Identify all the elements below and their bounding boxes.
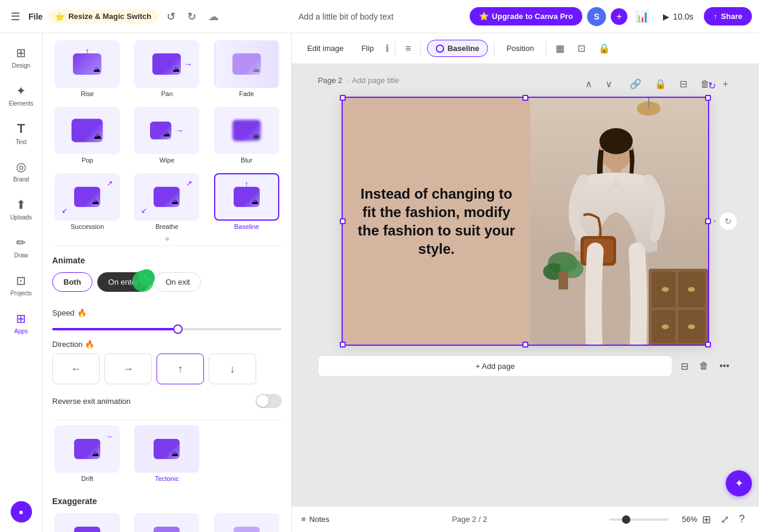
sidebar-item-projects[interactable]: ⊡ Projects [1,266,42,304]
canvas-left-panel: Instead of changing to fit the fashion, … [343,98,530,345]
user-avatar-sidebar[interactable]: ● [11,501,32,523]
crop-icon[interactable]: ⊡ [574,39,589,58]
edit-image-button[interactable]: Edit image [301,40,349,56]
animation-card-blur[interactable]: Blur [209,104,284,166]
text-icon: T [17,121,25,136]
animation-card-breathe[interactable]: ↗ ↙ Breathe [129,171,204,232]
animation-card-pop[interactable]: Pop [50,104,125,166]
toolbar-divider-3 [494,42,495,56]
share-button[interactable]: ↑ Share [704,7,752,26]
checkerboard-icon[interactable]: ▦ [552,39,568,58]
play-button[interactable]: ▶ 10.0s [657,8,699,25]
sync-icon[interactable]: ↻ [719,212,738,231]
animation-label-baseline: Baseline [234,223,259,230]
projects-icon: ⊡ [16,273,26,288]
baseline-button[interactable]: Baseline [427,40,488,57]
animation-card-succession[interactable]: ↗ ↙ Succession [50,171,125,232]
direction-up-button[interactable]: ↑ [157,353,204,384]
analytics-icon[interactable]: 📊 [632,7,652,27]
tab-both[interactable]: Both [52,272,93,292]
play-duration: 10.0s [673,12,693,21]
tab-on-exit[interactable]: On exit [154,272,201,292]
menu-lines-icon[interactable]: ≡ [401,40,414,58]
svg-point-8 [662,287,669,292]
svg-point-11 [688,324,695,329]
flip-button[interactable]: Flip [355,40,380,56]
animation-thumb-rise: ↑ [55,40,120,88]
delete-page-button[interactable]: 🗑 [696,357,712,375]
animation-card-exaggerate-2[interactable] [129,511,204,532]
resize-magic-switch-badge[interactable]: ⭐ Resize & Magic Switch [47,9,158,24]
page-add-button[interactable]: + [718,77,733,92]
reverse-section: Reverse exit animation [43,394,291,418]
animate-title: Animate [52,256,282,265]
animation-card-rise[interactable]: ↑ Rise [50,38,125,100]
sidebar-item-brand[interactable]: ◎ Brand [1,152,42,190]
speed-slider[interactable] [52,328,282,330]
canvas-frame[interactable]: Instead of changing to fit the fashion, … [342,97,709,346]
sidebar-item-apps[interactable]: ⊞ Apps [1,304,42,342]
animation-card-drift[interactable]: → Drift [50,423,125,485]
add-page-button[interactable]: + Add page [318,355,672,377]
page-link-icon[interactable]: 🔗 [625,76,646,92]
position-button[interactable]: Position [500,40,540,56]
page-title-placeholder[interactable]: Add page title [352,76,400,85]
more-options-button[interactable]: ••• [716,357,733,375]
lock-icon[interactable]: 🔒 [595,39,614,58]
sidebar-item-draw[interactable]: ✏ Draw [1,228,42,266]
sidebar-item-elements[interactable]: ✦ Elements [1,76,42,114]
animation-card-baseline[interactable]: ↑ Baseline [209,171,284,232]
help-button[interactable]: ? [734,511,750,528]
animation-thumb-blur [214,107,279,154]
sidebar-label-elements: Elements [9,100,34,107]
animation-card-exaggerate-1[interactable] [50,511,125,532]
zoom-slider[interactable] [610,518,669,521]
breathe-arrow-up-icon: ↗ [186,179,192,187]
info-icon[interactable]: ℹ [385,43,389,54]
animation-card-tectonic[interactable]: Tectonic [129,423,204,485]
menu-icon[interactable]: ☰ [7,7,24,27]
fullscreen-button[interactable]: ⤢ [716,511,734,528]
reverse-toggle[interactable] [256,394,282,408]
toggle-thumb [257,395,269,407]
undo-button[interactable]: ↺ [163,7,179,27]
sidebar-item-design[interactable]: ⊞ Design [1,38,42,76]
animation-card-exaggerate-3[interactable] [209,511,284,532]
file-menu[interactable]: File [28,12,43,21]
animation-panel: ↑ Rise → Pan Fade [43,33,292,532]
page-lock-icon[interactable]: 🔒 [650,76,671,92]
direction-right-button[interactable]: → [104,353,152,384]
animation-thumb-wipe: → [134,107,199,154]
topbar: ☰ File ⭐ Resize & Magic Switch ↺ ↻ ☁ Add… [0,0,759,33]
baseline-arrow-icon: ↑ [244,179,248,189]
grid-view-button[interactable]: ⊞ [697,511,716,528]
badge-star-icon: ⭐ [55,12,65,21]
add-collaborator-button[interactable]: + [611,8,627,25]
notes-button[interactable]: ≡ Notes [301,515,330,524]
upgrade-star-icon: ⭐ [479,12,489,21]
uploads-icon: ⬆ [16,197,26,212]
baseline-label: Baseline [448,44,479,53]
duplicate-page-button[interactable]: ⊟ [677,357,692,375]
redo-button[interactable]: ↻ [184,7,200,27]
direction-down-button[interactable]: ↓ [209,353,256,384]
page-down-button[interactable]: ∨ [601,76,617,92]
document-title[interactable]: Add a little bit of body text [227,12,464,21]
animation-thumb-fade [214,40,279,88]
sidebar-item-text[interactable]: T Text [1,114,42,152]
animation-thumb-breathe: ↗ ↙ [134,173,199,221]
page-up-button[interactable]: ∧ [581,76,597,92]
rotate-handle[interactable]: ↻ [708,80,720,92]
sidebar-item-uploads[interactable]: ⬆ Uploads [1,190,42,228]
sidebar-label-draw: Draw [14,252,28,259]
tab-on-enter[interactable]: On enter ↖ [97,272,150,292]
direction-left-button[interactable]: ← [52,353,100,384]
animation-card-fade[interactable]: Fade [209,38,284,100]
magic-ai-button[interactable]: ✦ [726,470,752,496]
upgrade-button[interactable]: ⭐ Upgrade to Canva Pro [470,7,583,26]
add-page-bar: + Add page ⊟ 🗑 ••• [318,355,733,377]
page-copy-button[interactable]: ⊟ [675,76,692,92]
animation-card-pan[interactable]: → Pan [129,38,204,100]
user-avatar[interactable]: S [587,7,606,26]
animation-card-wipe[interactable]: → Wipe [129,104,204,166]
